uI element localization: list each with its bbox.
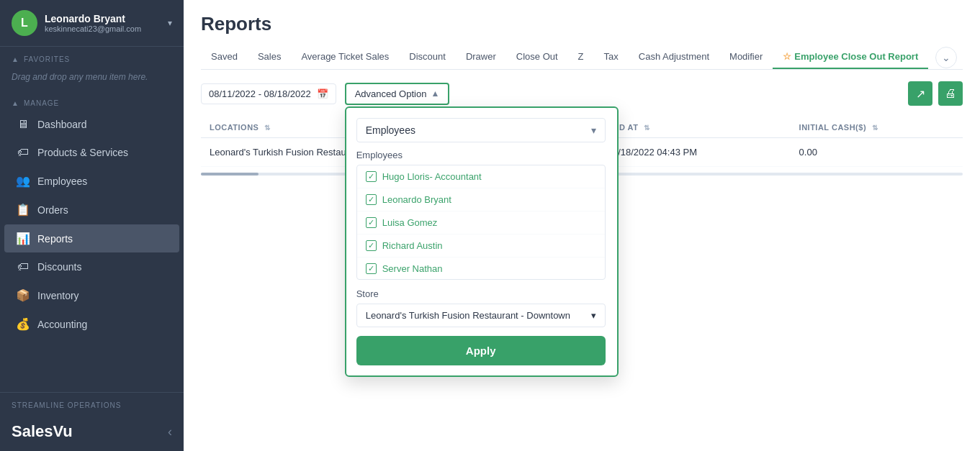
date-picker[interactable]: 08/11/2022 - 08/18/2022 📅 <box>201 83 336 104</box>
employees-list: ✓ Hugo Lloris- Accountant ✓ Leonardo Bry… <box>356 165 606 280</box>
sidebar-item-reports[interactable]: 📊 Reports <box>4 224 179 252</box>
col-header-initial_cash[interactable]: INITIAL CASH($) ⇅ <box>791 117 963 138</box>
collapse-icon[interactable]: ‹ <box>168 424 172 439</box>
main-header: Reports SavedSalesAverage Ticket SalesDi… <box>184 0 980 70</box>
sidebar-item-accounting[interactable]: 💰 Accounting <box>4 310 179 338</box>
user-email: keskinnecati23@gmail.com <box>45 24 168 33</box>
sidebar-nav: 🖥 Dashboard 🏷 Products & Services 👥 Empl… <box>0 110 184 339</box>
tab-saved[interactable]: Saved <box>201 45 248 69</box>
employee-checkbox[interactable]: ✓ <box>366 171 377 182</box>
tabs-collapse-button[interactable]: ⌄ <box>935 47 957 68</box>
employee-name: Hugo Lloris- Accountant <box>382 171 482 182</box>
advanced-option-button[interactable]: Advanced Option ▲ <box>345 83 450 105</box>
advanced-option-dropdown: Employees ▾ Employees ✓ Hugo Lloris- Acc… <box>345 106 619 377</box>
caret-icon: ▲ <box>12 99 19 107</box>
employee-item[interactable]: ✓ Leonardo Bryant <box>357 188 605 211</box>
sidebar-item-label: Orders <box>37 204 68 216</box>
favorites-hint: Drag and drop any menu item here. <box>0 66 184 91</box>
employee-name: Luisa Gomez <box>382 217 438 228</box>
accounting-icon: 💰 <box>16 317 30 331</box>
sidebar-item-orders[interactable]: 📋 Orders <box>4 196 179 224</box>
employee-name: Richard Austin <box>382 240 443 251</box>
sort-icon: ⇅ <box>872 124 878 132</box>
sidebar-item-products-services[interactable]: 🏷 Products & Services <box>4 139 179 166</box>
tab-sales[interactable]: Sales <box>248 45 292 69</box>
products-services-icon: 🏷 <box>16 146 30 159</box>
reports-icon: 📊 <box>16 232 30 245</box>
sort-icon: ⇅ <box>264 124 271 132</box>
streamline-section: STREAMLINE OPERATIONS SalesVu ‹ <box>0 392 184 451</box>
store-select-value: Leonard's Turkish Fusion Restaurant - Do… <box>366 310 570 321</box>
employee-checkbox[interactable]: ✓ <box>366 194 377 205</box>
employees-select-label: Employees <box>366 124 415 136</box>
advanced-option-label: Advanced Option <box>355 88 427 99</box>
tabs-bar: SavedSalesAverage Ticket SalesDiscountDr… <box>201 45 963 70</box>
print-button[interactable]: 🖨 <box>938 81 963 106</box>
filter-row: 08/11/2022 - 08/18/2022 📅 Advanced Optio… <box>201 81 963 106</box>
cell-end-at: 08/18/2022 04:43 PM <box>599 138 791 167</box>
user-profile[interactable]: L Leonardo Bryant keskinnecati23@gmail.c… <box>0 0 184 47</box>
sidebar-item-label: Dashboard <box>37 119 87 130</box>
tab-avg-ticket[interactable]: Average Ticket Sales <box>291 45 399 69</box>
favorites-section-label: ▲ FAVORITES <box>0 47 184 66</box>
sidebar: L Leonardo Bryant keskinnecati23@gmail.c… <box>0 0 184 451</box>
sidebar-item-label: Products & Services <box>37 147 128 158</box>
employees-section-label: Employees <box>356 150 606 160</box>
caret-icon: ▲ <box>12 55 19 63</box>
sidebar-item-inventory[interactable]: 📦 Inventory <box>4 281 179 309</box>
employee-checkbox[interactable]: ✓ <box>366 217 377 228</box>
content-area: 08/11/2022 - 08/18/2022 📅 Advanced Optio… <box>184 70 980 451</box>
employee-item[interactable]: ✓ Hugo Lloris- Accountant <box>357 165 605 188</box>
star-icon: ☆ <box>783 51 791 62</box>
inventory-icon: 📦 <box>16 288 30 302</box>
tabs-list: SavedSalesAverage Ticket SalesDiscountDr… <box>201 45 928 69</box>
main-content: Reports SavedSalesAverage Ticket SalesDi… <box>184 0 980 451</box>
user-name: Leonardo Bryant <box>45 13 168 24</box>
brand-area: SalesVu ‹ <box>0 412 184 451</box>
store-select[interactable]: Leonard's Turkish Fusion Restaurant - Do… <box>356 304 606 327</box>
sidebar-item-label: Reports <box>37 233 73 245</box>
date-range-value: 08/11/2022 - 08/18/2022 <box>209 88 311 99</box>
tab-close-out[interactable]: Close Out <box>506 45 568 69</box>
sidebar-item-dashboard[interactable]: 🖥 Dashboard <box>4 111 179 138</box>
chevron-up-icon: ▲ <box>431 88 439 99</box>
tab-z[interactable]: Z <box>568 45 594 69</box>
tab-cash-adj[interactable]: Cash Adjustment <box>629 45 719 69</box>
chevron-down-icon: ▾ <box>591 310 596 321</box>
sidebar-item-label: Inventory <box>37 290 79 301</box>
sidebar-item-discounts[interactable]: 🏷 Discounts <box>4 253 179 281</box>
apply-button[interactable]: Apply <box>356 336 606 365</box>
tab-employee-closeout[interactable]: ☆Employee Close Out Report <box>773 45 928 69</box>
dashboard-icon: 🖥 <box>16 118 30 131</box>
employees-select[interactable]: Employees ▾ <box>356 118 606 142</box>
tab-tax[interactable]: Tax <box>594 45 629 69</box>
share-button[interactable]: ↗ <box>908 81 932 106</box>
tab-discount[interactable]: Discount <box>399 45 456 69</box>
col-header-end_at[interactable]: END AT ⇅ <box>599 117 791 138</box>
employee-checkbox[interactable]: ✓ <box>366 240 377 251</box>
sort-icon: ⇅ <box>644 124 650 132</box>
tab-drawer[interactable]: Drawer <box>456 45 506 69</box>
advanced-option-wrapper: Advanced Option ▲ Employees ▾ Employees <box>345 83 450 105</box>
employee-item[interactable]: ✓ Richard Austin <box>357 234 605 258</box>
cell-initial-cash: 0.00 <box>791 138 963 167</box>
action-buttons: ↗ 🖨 <box>908 81 963 106</box>
page-title: Reports <box>201 13 963 35</box>
sidebar-item-label: Employees <box>37 176 87 187</box>
tab-modifier[interactable]: Modifier <box>719 45 773 69</box>
calendar-icon: 📅 <box>317 88 328 99</box>
orders-icon: 📋 <box>16 203 30 217</box>
employee-item[interactable]: ✓ Server Nathan <box>357 258 605 280</box>
sidebar-item-employees[interactable]: 👥 Employees <box>4 167 179 195</box>
sidebar-item-label: Accounting <box>37 319 87 330</box>
chevron-down-icon: ▾ <box>591 124 596 136</box>
dropdown-scroll-area: Employees ▾ Employees ✓ Hugo Lloris- Acc… <box>356 118 607 365</box>
manage-section-label: ▲ MANAGE <box>0 91 184 110</box>
employees-icon: 👥 <box>16 174 30 188</box>
streamline-label: STREAMLINE OPERATIONS <box>0 393 184 412</box>
employee-item[interactable]: ✓ Luisa Gomez <box>357 211 605 234</box>
sidebar-item-label: Discounts <box>37 261 81 273</box>
employee-checkbox[interactable]: ✓ <box>366 263 377 274</box>
employee-name: Leonardo Bryant <box>382 194 451 205</box>
brand-name: SalesVu <box>12 422 73 441</box>
